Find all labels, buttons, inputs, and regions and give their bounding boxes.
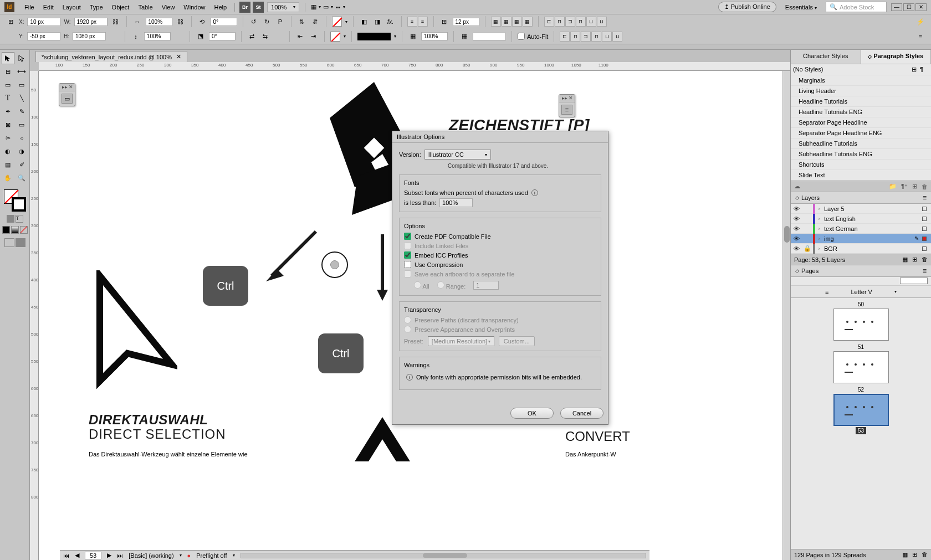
corner2-icon[interactable]: ◨ (372, 17, 382, 27)
center-content-button[interactable]: ▦ (512, 17, 522, 27)
screen-mode-icon[interactable]: ▭ (321, 2, 331, 12)
dist-l-button[interactable]: ⊏ (560, 32, 570, 42)
type-tool[interactable]: T (2, 92, 14, 104)
clear-icon[interactable]: ¶⁺ (901, 183, 908, 190)
cloud-icon[interactable]: ☁ (794, 183, 800, 190)
opt-compression-checkbox[interactable]: Use Compression (404, 261, 596, 268)
scissors-tool[interactable]: ✂ (2, 132, 14, 144)
ok-button[interactable]: OK (510, 408, 554, 419)
character-styles-tab[interactable]: Character Styles (791, 50, 861, 64)
zoom-tool[interactable]: 🔍 (16, 172, 28, 184)
content-collector-tool[interactable]: ▭ (2, 79, 14, 91)
expand-icon[interactable]: › (815, 246, 823, 251)
info-icon[interactable]: i (531, 189, 538, 196)
constrain-scale-icon[interactable]: ⛓ (176, 17, 186, 27)
constrain-wh-icon[interactable]: ⛓ (111, 17, 121, 27)
stroke-swatch[interactable] (330, 32, 340, 42)
visibility-icon[interactable]: 👁 (791, 215, 802, 222)
pen-tool[interactable]: ✒ (2, 105, 14, 117)
rotate-input[interactable] (211, 18, 237, 26)
menu-type[interactable]: Type (85, 2, 108, 13)
align-m-button[interactable]: ⊔ (586, 17, 596, 27)
delete-layer-icon[interactable]: 🗑 (922, 256, 928, 263)
preview-view-button[interactable] (16, 238, 25, 247)
visibility-icon[interactable]: 👁 (791, 225, 802, 232)
corner-icon[interactable]: ◧ (359, 17, 369, 27)
h-input[interactable] (73, 32, 106, 40)
pencil-tool[interactable]: ✎ (16, 105, 28, 117)
rotate-cw-icon[interactable]: ↻ (262, 17, 272, 27)
quick-apply-icon[interactable]: ⚡ (915, 17, 925, 27)
visibility-icon[interactable]: 👁 (791, 245, 802, 252)
panel-slot-icon[interactable]: ▭ (62, 94, 73, 104)
fill-swatch[interactable] (332, 17, 342, 27)
clear-overrides-icon[interactable]: ¶ (920, 66, 923, 73)
reference-point-icon[interactable]: ⊞ (6, 17, 16, 27)
layer-item[interactable]: 👁 › img ✎ (791, 234, 931, 244)
wrap-style-select[interactable] (473, 33, 506, 40)
sel-prev-icon[interactable]: ⇤ (295, 32, 305, 42)
close-icon[interactable]: ✕ (569, 95, 573, 101)
rectangle-frame-tool[interactable]: ⊠ (2, 119, 14, 131)
collapse-icon[interactable]: ▸▸ (562, 95, 567, 101)
y-input[interactable] (27, 32, 60, 40)
selection-tool[interactable] (2, 52, 14, 64)
visibility-icon[interactable]: 👁 (791, 205, 802, 212)
dist-c-button[interactable]: ⊓ (570, 32, 580, 42)
style-item[interactable]: Subheadline Tutorials ENG (791, 149, 931, 160)
menu-table[interactable]: Table (134, 2, 157, 13)
align-l-button[interactable]: ⊏ (544, 17, 554, 27)
align-r-button[interactable]: ⊐ (565, 17, 575, 27)
stock-search-input[interactable]: 🔍Adobe Stock (826, 2, 887, 12)
format-text-button[interactable]: T (16, 215, 23, 223)
normal-view-button[interactable] (4, 238, 14, 247)
fit-frame-button[interactable]: ▦ (502, 17, 511, 27)
apply-gradient-button[interactable] (11, 226, 19, 234)
bridge-icon[interactable]: Br (239, 2, 250, 13)
nav-first-icon[interactable]: ⏮ (63, 552, 69, 559)
master-area[interactable] (791, 277, 931, 286)
workspace-select[interactable]: Essentials ▾ (781, 3, 821, 12)
align-left-button[interactable]: ≡ (407, 17, 417, 27)
fill-dropdown-icon[interactable]: ▾ (345, 19, 347, 24)
align-b-button[interactable]: ⊔ (597, 17, 607, 27)
pages-panel-header[interactable]: ◇ Pages ≡ (791, 265, 931, 277)
new-group-icon[interactable]: ⊞ (912, 66, 917, 73)
fill-frame-button[interactable]: ▦ (523, 17, 533, 27)
new-layer-icon[interactable]: ⊞ (912, 256, 917, 263)
gradient-feather-tool[interactable]: ◑ (16, 145, 28, 157)
w-input[interactable] (74, 18, 108, 26)
page-thumbnail[interactable] (833, 394, 889, 426)
panel-menu-icon[interactable]: ≡ (923, 267, 927, 275)
expand-icon[interactable]: › (815, 226, 823, 232)
page-thumbnail[interactable] (833, 351, 889, 383)
minimize-button[interactable]: — (891, 3, 902, 11)
x-input[interactable] (27, 18, 60, 26)
new-page-icon[interactable]: ⊞ (912, 551, 917, 558)
style-item[interactable]: Living Header (791, 86, 931, 96)
page-number-input[interactable]: 53 (85, 552, 101, 559)
menu-view[interactable]: View (157, 2, 180, 13)
publish-online-button[interactable]: ↥ Publish Online (718, 2, 776, 12)
hand-tool[interactable]: ✋ (2, 172, 14, 184)
format-container-button[interactable] (7, 215, 14, 223)
new-style-icon[interactable]: ⊞ (912, 183, 917, 190)
scale-y-input[interactable] (144, 32, 171, 40)
menu-file[interactable]: File (20, 2, 39, 13)
nav-last-icon[interactable]: ⏭ (117, 552, 123, 559)
free-transform-tool[interactable]: ⟐ (16, 132, 28, 144)
shear-input[interactable] (209, 32, 236, 40)
stock-icon[interactable]: St (253, 2, 264, 13)
style-item[interactable]: Separator Page Headline (791, 117, 931, 128)
expand-icon[interactable]: › (815, 236, 823, 242)
view-mode-status[interactable]: [Basic] (working) (129, 552, 173, 559)
flip-v2-icon[interactable]: ⇵ (310, 17, 320, 27)
style-item[interactable]: Shortcuts (791, 160, 931, 170)
document-tab[interactable]: *schulung_vektoren_layout_redux.indd @ 1… (35, 51, 187, 62)
nav-next-icon[interactable]: ▶ (107, 552, 111, 559)
expand-icon[interactable]: › (815, 216, 823, 222)
p-icon[interactable]: P (275, 17, 285, 27)
menu-window[interactable]: Window (179, 2, 209, 13)
page-tool[interactable]: ⊞ (2, 65, 14, 78)
opt-pdf-checkbox[interactable]: Create PDF Compatible File (404, 233, 596, 240)
